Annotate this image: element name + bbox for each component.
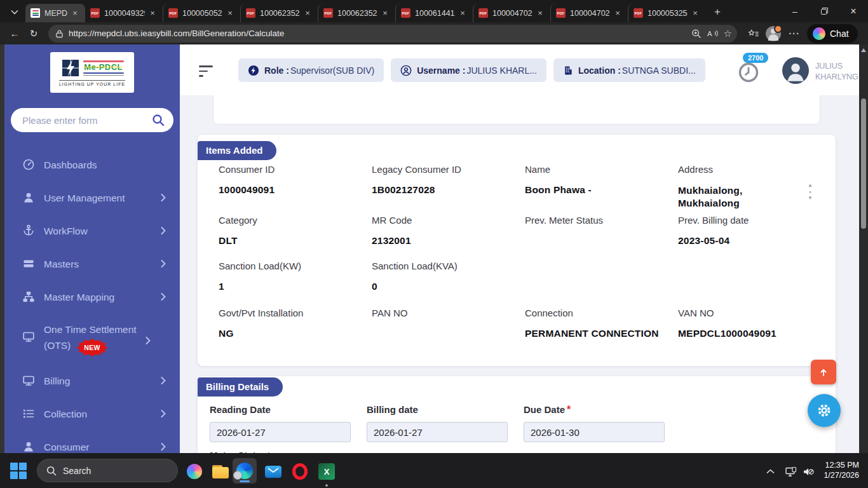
sidebar-item-masters[interactable]: Masters <box>4 247 180 280</box>
sidebar-item-label: Masters <box>44 256 156 272</box>
taskbar-explorer-button[interactable] <box>209 462 232 481</box>
tab-close-icon[interactable]: × <box>458 8 468 18</box>
billing-date-input[interactable] <box>367 422 508 442</box>
browser-tab-mepdcl[interactable]: MEPDCL × <box>25 4 85 22</box>
browser-tab-pdf[interactable]: PDF 1000623525 × <box>240 4 318 22</box>
tab-close-icon[interactable]: × <box>690 8 700 18</box>
tray-chevron-icon[interactable] <box>761 462 779 481</box>
favorite-star-icon[interactable]: ☆ <box>724 28 732 39</box>
browser-toolbar: ← ↻ https://mepdcl.ubs.ieasybill.com/Bil… <box>0 22 868 44</box>
browser-tab-pdf[interactable]: PDF 1000047020 × <box>473 4 550 22</box>
copilot-icon <box>187 464 202 479</box>
mepdcl-logo: Me-PDCL LIGHTING UP YOUR LIFE <box>50 52 134 93</box>
username-value: JULIUS KHARL... <box>466 65 536 76</box>
edge-profile-badge <box>233 471 242 480</box>
browser-tab-pdf[interactable]: PDF 1000049329 × <box>85 4 163 22</box>
favorites-list-icon[interactable] <box>743 25 763 43</box>
tray-clock[interactable]: 12:35 PM 1/27/2026 <box>816 460 859 480</box>
field-label: Prev. Billing date <box>678 215 805 226</box>
taskbar-edge-button[interactable] <box>233 458 257 484</box>
due-date-input[interactable] <box>524 422 665 442</box>
url-text[interactable]: https://mepdcl.ubs.ieasybill.com/BillGen… <box>69 29 686 38</box>
read-aloud-icon[interactable]: A <box>707 29 718 37</box>
scrollbar-up-arrow[interactable] <box>861 48 866 52</box>
sidebar-item-collection[interactable]: Collection <box>4 397 180 430</box>
address-bar[interactable]: https://mepdcl.ubs.ieasybill.com/BillGen… <box>48 25 737 43</box>
minimize-button[interactable]: – <box>780 0 810 22</box>
field-consumer-id: Consumer ID1000049091 <box>219 164 372 215</box>
field-value: 2132001 <box>372 235 525 247</box>
taskbar-mail-button[interactable] <box>262 462 285 481</box>
field-value: MEPDCL1000049091 <box>678 328 805 339</box>
copilot-chat-button[interactable]: Chat <box>807 24 858 43</box>
scroll-down-icon[interactable]: ▼ <box>808 196 813 201</box>
scrollbar-thumb[interactable] <box>861 98 866 229</box>
user-avatar[interactable] <box>782 57 809 86</box>
sidebar-item-user-management[interactable]: User Management <box>4 181 180 214</box>
taskbar-excel-button[interactable]: X <box>315 462 338 481</box>
taskbar-opera-button[interactable] <box>288 462 311 481</box>
username-label: Username : <box>417 65 465 76</box>
field-label: VAN NO <box>678 308 805 318</box>
username-pill: Username : JULIUS KHARL... <box>391 58 546 82</box>
browser-tab-pdf[interactable]: PDF 1000050523 × <box>163 4 240 22</box>
browser-tab-pdf[interactable]: PDF 1000623525 × <box>318 4 395 22</box>
start-button[interactable] <box>10 463 27 479</box>
tab-close-icon[interactable]: × <box>380 8 390 18</box>
chevron-right-icon <box>161 443 166 451</box>
hamburger-menu-icon[interactable] <box>199 65 213 77</box>
scroll-up-icon[interactable]: ▲ <box>808 183 813 188</box>
tray-volume-muted-icon[interactable] <box>799 462 817 481</box>
billing-details-ribbon: Billing Details <box>198 377 283 396</box>
settings-gear-button[interactable] <box>808 394 841 427</box>
sidebar-search-input[interactable] <box>21 114 147 126</box>
page-scrollbar[interactable] <box>859 44 868 453</box>
sidebar-item-billing[interactable]: Billing <box>4 364 180 397</box>
browser-tab-pdf[interactable]: PDF 1000047020 × <box>550 4 628 22</box>
taskbar-search[interactable]: Search <box>37 459 178 482</box>
close-button[interactable]: × <box>839 0 868 22</box>
restore-button[interactable] <box>810 0 839 22</box>
new-tab-button[interactable]: + <box>708 3 727 21</box>
tab-close-icon[interactable]: × <box>535 8 545 18</box>
sidebar-item-ots[interactable]: One Time Settlement (OTS) NEW <box>4 313 180 364</box>
tab-close-icon[interactable]: × <box>70 8 80 18</box>
reading-date-input[interactable] <box>210 422 351 442</box>
browser-tab-pdf[interactable]: PDF 1000053254 × <box>628 4 705 22</box>
field-value: Mukhaialong, Mukhaialong <box>678 184 773 208</box>
scroll-to-top-button[interactable] <box>811 360 836 384</box>
tab-search-chevron-icon[interactable] <box>5 3 24 21</box>
billing-fields: Reading Date Billing date Due Date* <box>210 404 681 442</box>
search-icon[interactable] <box>152 114 165 126</box>
tab-close-icon[interactable]: × <box>225 8 235 18</box>
location-label: Location : <box>578 65 621 76</box>
taskbar-search-label: Search <box>63 466 91 476</box>
chevron-right-icon <box>161 377 166 384</box>
tab-close-icon[interactable]: × <box>147 8 158 18</box>
window-controls: – × <box>780 0 868 22</box>
refresh-button[interactable]: ↻ <box>24 25 43 43</box>
taskbar-copilot-button[interactable] <box>183 462 206 481</box>
tab-title: 1000050523 <box>182 9 222 18</box>
items-added-ribbon: Items Added <box>198 141 276 160</box>
excel-icon: X <box>318 463 335 480</box>
field-name: NameBoon Phawa - <box>525 164 678 215</box>
sidebar-item-consumer[interactable]: Consumer <box>4 430 180 453</box>
browser-tab-pdf[interactable]: PDF 1000614418 × <box>395 4 473 22</box>
tab-title: 1000047020 <box>570 9 610 18</box>
sidebar-item-workflow[interactable]: WorkFlow <box>4 214 180 247</box>
ordered-list-icon <box>22 407 35 420</box>
zoom-icon[interactable] <box>691 29 702 39</box>
sidebar-item-master-mapping[interactable]: Master Mapping <box>4 280 180 313</box>
session-timer[interactable]: 2700 <box>738 53 770 87</box>
location-value: SUTNGA SUBDI... <box>622 65 696 76</box>
tab-close-icon[interactable]: × <box>302 8 313 18</box>
browser-profile-avatar[interactable] <box>763 25 784 43</box>
tray-network-icon[interactable] <box>782 462 801 481</box>
tab-close-icon[interactable]: × <box>613 8 623 18</box>
field-govt-pvt-installation: Govt/Pvt InstallationNG <box>219 308 372 358</box>
settings-dots-icon[interactable]: ⋯ <box>784 25 803 43</box>
sidebar-item-dashboards[interactable]: Dashboards <box>4 148 180 181</box>
back-button[interactable]: ← <box>5 25 24 43</box>
sidebar-search <box>11 108 173 132</box>
